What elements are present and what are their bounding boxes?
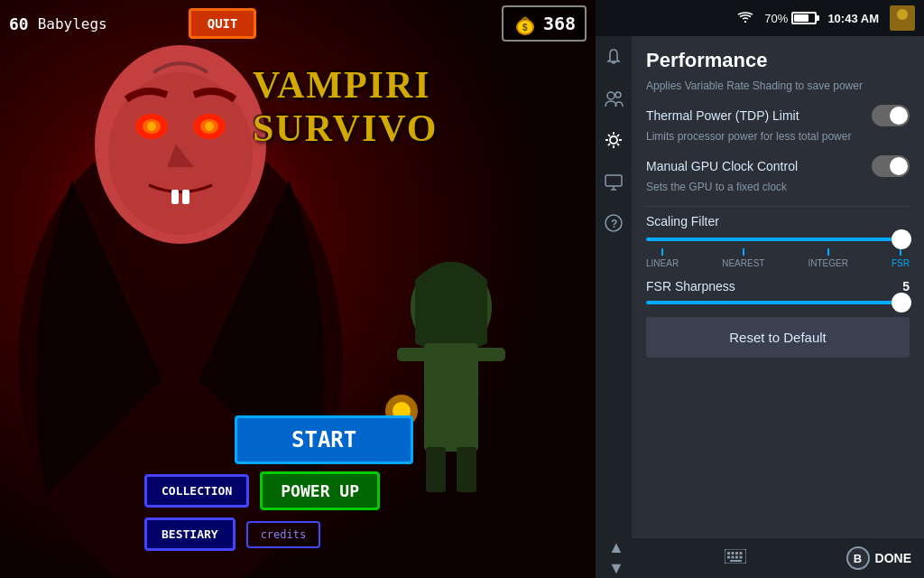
battery-percent: 70%	[764, 12, 788, 25]
game-panel: 60 Babylegs QUIT $ 368 VAMPIRI SURVIVO S…	[0, 0, 596, 578]
collection-button[interactable]: COLLECTION	[144, 474, 249, 508]
scaling-slider-container[interactable]	[646, 238, 910, 241]
side-nav: ?	[596, 36, 632, 538]
gpu-clock-row: Manual GPU Clock Control	[646, 155, 910, 177]
scroll-up-arrow[interactable]: ▲	[608, 538, 624, 557]
keyboard-icon[interactable]	[725, 549, 746, 567]
power-up-button[interactable]: POWER UP	[260, 471, 380, 510]
menu-row-2: BESTIARY credits	[144, 517, 320, 551]
scaling-filter-label: Scaling Filter	[646, 214, 910, 228]
status-bar: 70% 10:43 AM	[596, 0, 924, 36]
gpu-clock-toggle[interactable]	[872, 155, 910, 177]
tick-mark-linear	[661, 248, 663, 256]
fsr-sharpness-label: FSR Sharpness	[646, 279, 735, 294]
gpu-clock-description: Sets the GPU to a fixed clock	[646, 181, 910, 193]
start-button[interactable]: START	[235, 415, 413, 464]
battery-container: 70%	[764, 12, 817, 25]
nav-users-icon[interactable]	[602, 87, 625, 110]
gpu-clock-label: Manual GPU Clock Control	[646, 159, 798, 173]
battery-fill	[794, 14, 808, 22]
nav-bell-icon[interactable]	[602, 45, 625, 69]
tdp-description: Limits processor power for less total po…	[646, 130, 910, 143]
svg-point-8	[147, 122, 156, 131]
svg-point-28	[610, 136, 617, 144]
scale-label-fsr: FSR	[892, 258, 910, 268]
hud-bar: 60 Babylegs QUIT $ 368	[0, 0, 596, 47]
bottom-bar: ▲ ▼ B DONE	[596, 538, 924, 578]
fsr-slider-container[interactable]	[646, 301, 910, 304]
player-name: Babylegs	[38, 15, 107, 33]
wifi-icon	[737, 11, 753, 26]
tdp-toggle[interactable]	[872, 105, 910, 126]
fsr-slider-thumb[interactable]	[892, 293, 911, 312]
svg-rect-14	[397, 348, 429, 361]
divider-1	[646, 206, 910, 207]
game-title-line2: SURVIVO	[253, 107, 596, 150]
svg-rect-41	[735, 556, 738, 559]
scaling-slider-thumb[interactable]	[892, 229, 911, 249]
svg-point-9	[205, 122, 214, 131]
tick-mark-integer	[827, 248, 829, 256]
gpu-clock-toggle-knob	[890, 157, 908, 175]
gold-amount: 368	[543, 13, 576, 34]
nav-gear-icon[interactable]	[602, 128, 625, 152]
battery-bar	[791, 12, 817, 24]
scroll-arrows: ▲ ▼	[608, 538, 624, 578]
svg-rect-43	[730, 560, 742, 562]
player-level: 60	[9, 14, 29, 33]
svg-point-26	[607, 92, 614, 99]
svg-rect-38	[739, 552, 742, 555]
svg-rect-40	[731, 556, 734, 559]
user-avatar	[890, 5, 915, 31]
quit-button[interactable]: QUIT	[189, 8, 257, 39]
done-container[interactable]: B DONE	[846, 546, 911, 570]
nav-display-icon[interactable]	[602, 170, 625, 193]
vrs-description: Applies Variable Rate Shading to save po…	[646, 79, 910, 92]
scale-label-nearest: NEAREST	[722, 258, 764, 268]
scale-tick-integer: INTEGER	[808, 248, 847, 268]
credits-button[interactable]: credits	[246, 521, 321, 548]
tdp-toggle-knob	[890, 107, 908, 125]
time-display: 10:43 AM	[827, 12, 879, 25]
gold-bag-icon: $	[513, 11, 538, 36]
svg-rect-15	[474, 348, 505, 361]
svg-rect-36	[731, 552, 734, 555]
svg-point-24	[897, 9, 908, 20]
menu-row-1: COLLECTION POWER UP	[144, 471, 380, 510]
menu-buttons: START COLLECTION POWER UP BESTIARY credi…	[144, 415, 587, 551]
svg-text:$: $	[522, 23, 528, 33]
scaling-track	[646, 238, 910, 241]
scale-tick-fsr: FSR	[892, 248, 910, 268]
right-panel: 70% 10:43 AM	[596, 0, 924, 578]
settings-content: Performance Applies Variable Rate Shadin…	[632, 36, 924, 538]
game-title-line1: VAMPIRI	[253, 63, 596, 107]
scroll-down-arrow[interactable]: ▼	[608, 559, 624, 578]
bestiary-button[interactable]: BESTIARY	[144, 517, 236, 551]
scale-label-integer: INTEGER	[808, 258, 847, 268]
fsr-track	[646, 301, 910, 304]
svg-rect-42	[739, 556, 742, 559]
tdp-row: Thermal Power (TDP) Limit	[646, 105, 910, 126]
done-label: DONE	[875, 551, 911, 565]
svg-text:?: ?	[611, 218, 617, 230]
tick-mark-nearest	[743, 248, 744, 256]
svg-rect-35	[727, 552, 730, 555]
svg-rect-10	[171, 190, 179, 204]
svg-point-27	[615, 92, 621, 98]
fsr-sharpness-value: 5	[902, 279, 910, 294]
reset-to-default-button[interactable]: Reset to Default	[646, 317, 910, 358]
gold-container: $ 368	[502, 5, 587, 42]
svg-rect-37	[735, 552, 738, 555]
svg-rect-29	[605, 175, 622, 186]
scale-label-linear: LINEAR	[646, 258, 679, 268]
nav-help-icon[interactable]: ?	[602, 211, 625, 235]
tdp-label: Thermal Power (TDP) Limit	[646, 108, 799, 123]
svg-rect-39	[727, 556, 730, 559]
done-badge: B	[846, 546, 870, 570]
fsr-sharpness-row: FSR Sharpness 5	[646, 279, 910, 294]
performance-title: Performance	[646, 49, 910, 72]
scaling-labels: LINEAR NEAREST INTEGER FSR	[646, 248, 910, 268]
scale-tick-nearest: NEAREST	[722, 248, 764, 268]
game-title: VAMPIRI SURVIVO	[253, 63, 596, 150]
svg-rect-11	[182, 190, 189, 204]
